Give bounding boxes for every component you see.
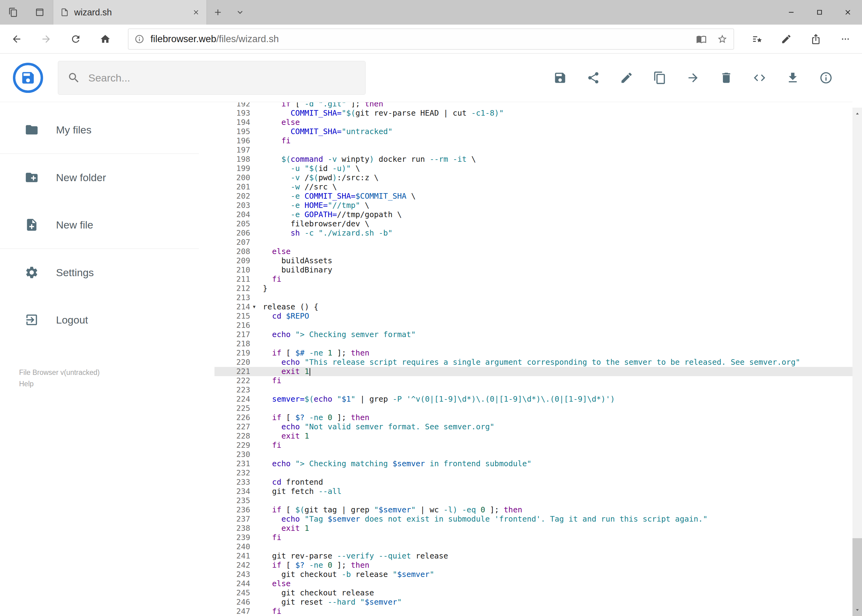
code-text[interactable]: if [ -d ".git" ]; then	[258, 102, 853, 108]
code-text[interactable]	[258, 339, 853, 349]
refresh-button[interactable]	[61, 25, 90, 53]
fold-arrow-icon[interactable]: ▾	[250, 302, 258, 311]
tab-close-icon[interactable]	[192, 9, 200, 16]
code-text[interactable]: release () {	[258, 302, 853, 311]
code-text[interactable]: cd frontend	[258, 478, 853, 487]
search-box[interactable]	[58, 61, 366, 95]
more-options-button[interactable]	[830, 25, 860, 53]
code-text[interactable]: buildBinary	[258, 266, 853, 275]
sidebar-item-my-files[interactable]: My files	[0, 106, 199, 154]
save-button[interactable]	[553, 71, 567, 85]
code-text[interactable]: }	[258, 284, 853, 293]
code-text[interactable]	[258, 496, 853, 505]
code-text[interactable]: filebrowser/dev \	[258, 219, 853, 228]
code-text[interactable]: if [ $# -ne 1 ]; then	[258, 349, 853, 358]
move-button[interactable]	[686, 71, 700, 85]
code-text[interactable]: fi	[258, 275, 853, 284]
code-editor[interactable]: 192 if [ -d ".git" ]; then193 COMMIT_SHA…	[214, 102, 853, 616]
code-text[interactable]	[258, 293, 853, 302]
code-text[interactable]: COMMIT_SHA="$(git rev-parse HEAD | cut -…	[258, 108, 853, 118]
help-link[interactable]: Help	[19, 378, 100, 390]
code-text[interactable]: buildAssets	[258, 256, 853, 266]
reading-view-button[interactable]	[696, 34, 707, 44]
code-text[interactable]: git rev-parse --verify --quiet release	[258, 552, 853, 561]
code-text[interactable]: fi	[258, 376, 853, 385]
browser-tab[interactable]: wizard.sh	[53, 0, 207, 25]
share-page-button[interactable]	[801, 25, 830, 53]
forward-button[interactable]	[32, 25, 61, 53]
code-text[interactable]: if [ $? -ne 0 ]; then	[258, 413, 853, 422]
tab-preview-button[interactable]	[27, 0, 53, 25]
code-text[interactable]: echo "> Checking matching $semver in fro…	[258, 459, 853, 468]
code-text[interactable]: if [ $? -ne 0 ]; then	[258, 561, 853, 570]
share-button[interactable]	[586, 71, 600, 85]
download-button[interactable]	[786, 71, 799, 85]
home-button[interactable]	[90, 25, 120, 53]
code-text[interactable]: git reset --hard "$semver"	[258, 597, 853, 607]
favorites-hub-button[interactable]	[742, 25, 772, 53]
code-text[interactable]: exit 1	[258, 432, 853, 441]
back-button[interactable]	[2, 25, 32, 53]
code-text[interactable]: else	[258, 579, 853, 588]
favorite-star-button[interactable]	[717, 34, 728, 44]
code-text[interactable]: -w //src \	[258, 182, 853, 192]
code-text[interactable]: $(command -v winpty) docker run --rm -it…	[258, 155, 853, 164]
copy-button[interactable]	[653, 71, 667, 85]
code-text[interactable]: semver=$(echo "$1" | grep -P '^v(0|[1-9]…	[258, 394, 853, 404]
sidebar-item-new-folder[interactable]: New folder	[0, 154, 199, 201]
code-text[interactable]	[258, 321, 853, 330]
info-button[interactable]	[819, 71, 833, 85]
code-text[interactable]: else	[258, 118, 853, 127]
code-text[interactable]: exit 1	[258, 367, 853, 376]
code-text[interactable]: fi	[258, 607, 853, 616]
close-button[interactable]	[834, 0, 862, 25]
page-scrollbar[interactable]	[853, 108, 862, 616]
address-bar[interactable]: filebrowser.web/files/wizard.sh	[128, 28, 734, 50]
code-text[interactable]	[258, 385, 853, 394]
code-text[interactable]: exit 1	[258, 524, 853, 533]
code-text[interactable]: fi	[258, 441, 853, 450]
code-text[interactable]: COMMIT_SHA="untracked"	[258, 127, 853, 136]
set-tabs-aside-button[interactable]	[0, 0, 27, 25]
code-text[interactable]: fi	[258, 136, 853, 146]
code-text[interactable]: echo "Tag $semver does not exist in subm…	[258, 514, 853, 524]
code-text[interactable]	[258, 450, 853, 459]
code-text[interactable]	[258, 468, 853, 478]
code-text[interactable]	[258, 542, 853, 552]
code-text[interactable]: sh -c "./wizard.sh -b"	[258, 228, 853, 238]
filebrowser-logo[interactable]	[13, 63, 43, 93]
maximize-button[interactable]	[805, 0, 834, 25]
new-tab-button[interactable]	[207, 0, 229, 25]
code-text[interactable]: echo "This release script requires a sin…	[258, 358, 853, 367]
minimize-button[interactable]	[777, 0, 805, 25]
code-text[interactable]: else	[258, 247, 853, 256]
sidebar-item-settings[interactable]: Settings	[0, 249, 199, 296]
code-text[interactable]: echo "Not valid semver format. See semve…	[258, 422, 853, 432]
code-text[interactable]: -e HOME="//tmp" \	[258, 201, 853, 210]
site-info-icon[interactable]	[134, 34, 144, 44]
code-text[interactable]	[258, 404, 853, 413]
rename-button[interactable]	[620, 71, 633, 85]
code-text[interactable]: -v /$(pwd):/src:z \	[258, 173, 853, 182]
code-text[interactable]: git checkout -b release "$semver"	[258, 570, 853, 579]
scroll-up-icon[interactable]	[853, 108, 862, 120]
code-text[interactable]: -e COMMIT_SHA=$COMMIT_SHA \	[258, 192, 853, 201]
code-text[interactable]: -u "$(id -u)" \	[258, 164, 853, 173]
code-text[interactable]: git checkout release	[258, 588, 853, 597]
code-text[interactable]: echo "> Checking semver format"	[258, 330, 853, 339]
delete-button[interactable]	[720, 71, 733, 85]
code-text[interactable]: fi	[258, 533, 853, 542]
tab-list-chevron-button[interactable]	[229, 0, 251, 25]
code-text[interactable]: cd $REPO	[258, 311, 853, 321]
code-text[interactable]	[258, 238, 853, 247]
sidebar-item-logout[interactable]: Logout	[0, 296, 199, 344]
code-text[interactable]: if [ $(git tag | grep "$semver" | wc -l)…	[258, 505, 853, 514]
search-input[interactable]	[88, 72, 356, 84]
code-text[interactable]	[258, 146, 853, 155]
code-text[interactable]: git fetch --all	[258, 487, 853, 496]
web-note-button[interactable]	[772, 25, 801, 53]
code-view-button[interactable]	[753, 71, 766, 85]
sidebar-item-new-file[interactable]: New file	[0, 201, 199, 248]
scroll-down-icon[interactable]	[853, 604, 862, 616]
code-text[interactable]: -e GOPATH=//tmp/gopath \	[258, 210, 853, 219]
